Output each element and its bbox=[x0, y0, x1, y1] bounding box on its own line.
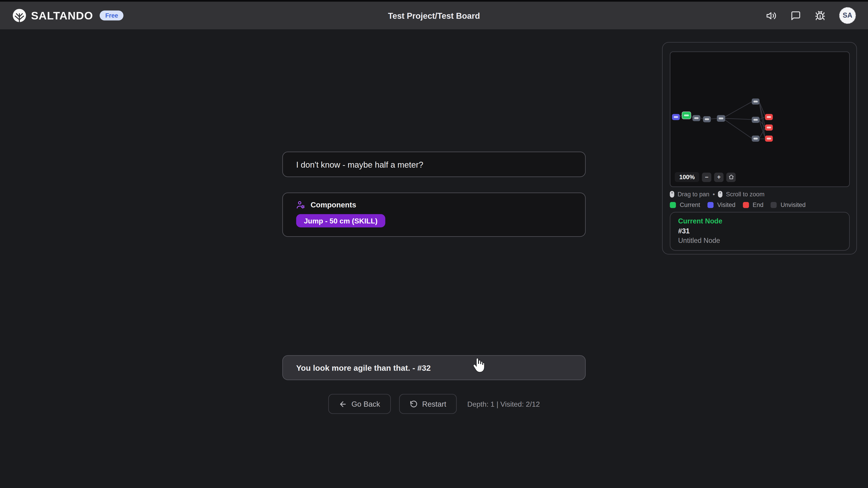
legend-label-visited: Visited bbox=[717, 201, 735, 208]
arrow-left-icon bbox=[339, 400, 347, 408]
components-chip-list: Jump - 50 cm (SKILL) bbox=[296, 214, 572, 228]
legend-label-unvisited: Unvisited bbox=[780, 201, 806, 208]
brand-name: SALTANDO bbox=[31, 9, 93, 22]
components-card: Components Jump - 50 cm (SKILL) bbox=[282, 193, 586, 237]
legend-item-visited: Visited bbox=[707, 201, 735, 208]
board-title: Test Project/Test Board bbox=[0, 11, 868, 20]
chat-icon[interactable] bbox=[790, 10, 801, 21]
home-icon bbox=[728, 174, 734, 180]
logo[interactable]: SALTANDO Free bbox=[12, 8, 124, 23]
minimap-graph[interactable]: 100% − + bbox=[670, 52, 850, 187]
zoom-level: 100% bbox=[675, 172, 699, 182]
user-cog-icon bbox=[296, 200, 306, 210]
avatar[interactable]: SA bbox=[839, 7, 856, 24]
mouse-scroll-icon bbox=[718, 191, 723, 197]
hint-drag-text: Drag to pan bbox=[678, 191, 710, 197]
hint-separator: • bbox=[713, 191, 715, 197]
window-top-strip bbox=[0, 0, 868, 2]
player-controls: Go Back Restart Depth: 1 | Visited: 2/12 bbox=[0, 394, 868, 414]
legend-item-current: Current bbox=[670, 201, 700, 208]
choice-text: You look more agile than that. - #32 bbox=[296, 363, 431, 372]
legend-item-end: End bbox=[743, 201, 763, 208]
volume-icon[interactable] bbox=[766, 10, 777, 21]
plan-badge: Free bbox=[100, 11, 124, 21]
tree-logo-icon bbox=[12, 8, 27, 23]
hand-cursor-icon bbox=[472, 358, 485, 375]
topbar: SALTANDO Free Test Project/Test Board bbox=[0, 2, 868, 29]
components-header: Components bbox=[296, 200, 572, 210]
restart-icon bbox=[409, 400, 418, 408]
minimap-graph-svg[interactable] bbox=[671, 52, 850, 186]
components-title: Components bbox=[311, 201, 356, 209]
legend-label-end: End bbox=[752, 201, 763, 208]
depth-visited-status: Depth: 1 | Visited: 2/12 bbox=[467, 400, 540, 408]
current-node-card: Current Node #31 Untitled Node bbox=[670, 212, 850, 251]
reset-view-button[interactable] bbox=[726, 172, 736, 182]
minimap-legend: Current Visited End Unvisited bbox=[670, 201, 850, 208]
question-text: I don't know - maybe half a meter? bbox=[296, 160, 423, 169]
mouse-drag-icon bbox=[670, 191, 674, 197]
restart-button[interactable]: Restart bbox=[399, 394, 457, 414]
question-card: I don't know - maybe half a meter? bbox=[282, 152, 586, 177]
legend-label-current: Current bbox=[680, 201, 700, 208]
legend-swatch-current bbox=[670, 202, 676, 208]
legend-swatch-visited bbox=[707, 202, 713, 208]
legend-swatch-end bbox=[743, 202, 749, 208]
minimap-zoom-controls: 100% − + bbox=[675, 172, 736, 182]
legend-item-unvisited: Unvisited bbox=[771, 201, 806, 208]
legend-swatch-unvisited bbox=[771, 202, 777, 208]
go-back-button[interactable]: Go Back bbox=[328, 394, 391, 414]
avatar-initials: SA bbox=[843, 11, 852, 19]
current-node-id: #31 bbox=[678, 228, 841, 235]
hint-scroll-text: Scroll to zoom bbox=[726, 191, 765, 197]
component-chip[interactable]: Jump - 50 cm (SKILL) bbox=[296, 214, 385, 228]
bug-icon[interactable] bbox=[815, 10, 826, 21]
zoom-out-button[interactable]: − bbox=[702, 172, 712, 182]
minimap-hints: Drag to pan • Scroll to zoom bbox=[670, 191, 850, 197]
choice-button[interactable]: You look more agile than that. - #32 bbox=[282, 355, 586, 380]
go-back-label: Go Back bbox=[351, 400, 380, 408]
zoom-in-button[interactable]: + bbox=[714, 172, 724, 182]
current-node-name: Untitled Node bbox=[678, 237, 841, 245]
minimap-panel: 100% − + Drag to pan • Scroll to zoom Cu… bbox=[662, 42, 857, 254]
app-root: SALTANDO Free Test Project/Test Board bbox=[0, 0, 868, 488]
restart-label: Restart bbox=[422, 400, 446, 408]
current-node-title: Current Node bbox=[678, 217, 841, 225]
topbar-actions: SA bbox=[766, 7, 856, 24]
